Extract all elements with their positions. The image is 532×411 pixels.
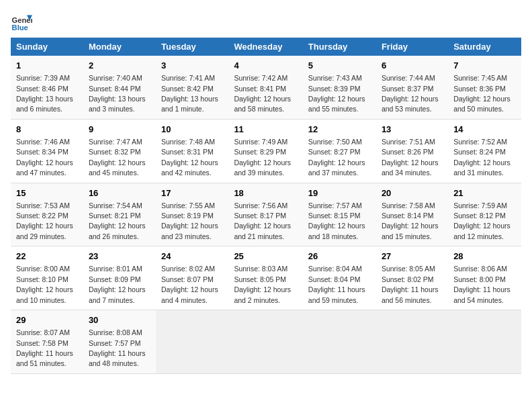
day-number: 11 xyxy=(234,124,297,136)
header-cell-monday: Monday xyxy=(83,38,156,56)
calendar-cell: 15Sunrise: 7:53 AMSunset: 8:22 PMDayligh… xyxy=(11,183,83,246)
cell-content: Sunrise: 7:54 AMSunset: 8:21 PMDaylight:… xyxy=(89,201,146,240)
cell-content: Sunrise: 8:02 AMSunset: 8:07 PMDaylight:… xyxy=(161,265,218,304)
header-cell-saturday: Saturday xyxy=(448,38,521,56)
header-row: SundayMondayTuesdayWednesdayThursdayFrid… xyxy=(11,38,521,56)
calendar-cell: 3Sunrise: 7:41 AMSunset: 8:42 PMDaylight… xyxy=(156,56,228,119)
day-number: 6 xyxy=(382,60,443,72)
calendar-cell: 16Sunrise: 7:54 AMSunset: 8:21 PMDayligh… xyxy=(83,183,156,246)
calendar-cell: 28Sunrise: 8:06 AMSunset: 8:00 PMDayligh… xyxy=(448,246,521,310)
calendar-table: SundayMondayTuesdayWednesdayThursdayFrid… xyxy=(11,38,521,374)
cell-content: Sunrise: 7:47 AMSunset: 8:32 PMDaylight:… xyxy=(89,138,146,177)
day-number: 5 xyxy=(308,60,371,72)
page-header: General Blue xyxy=(11,11,521,32)
calendar-cell: 20Sunrise: 7:58 AMSunset: 8:14 PMDayligh… xyxy=(376,183,448,246)
calendar-week-1: 1Sunrise: 7:39 AMSunset: 8:46 PMDaylight… xyxy=(11,56,521,119)
calendar-cell: 26Sunrise: 8:04 AMSunset: 8:04 PMDayligh… xyxy=(303,246,376,310)
calendar-cell: 6Sunrise: 7:44 AMSunset: 8:37 PMDaylight… xyxy=(376,56,448,119)
cell-content: Sunrise: 7:43 AMSunset: 8:39 PMDaylight:… xyxy=(308,74,365,113)
day-number: 1 xyxy=(16,60,78,72)
calendar-cell: 2Sunrise: 7:40 AMSunset: 8:44 PMDaylight… xyxy=(83,56,156,119)
svg-text:Blue: Blue xyxy=(12,24,28,32)
calendar-cell: 1Sunrise: 7:39 AMSunset: 8:46 PMDaylight… xyxy=(11,56,83,119)
calendar-cell: 18Sunrise: 7:56 AMSunset: 8:17 PMDayligh… xyxy=(228,183,302,246)
cell-content: Sunrise: 8:06 AMSunset: 8:00 PMDaylight:… xyxy=(453,265,511,304)
calendar-cell: 14Sunrise: 7:52 AMSunset: 8:24 PMDayligh… xyxy=(448,119,521,183)
cell-content: Sunrise: 8:00 AMSunset: 8:10 PMDaylight:… xyxy=(16,265,73,304)
cell-content: Sunrise: 7:55 AMSunset: 8:19 PMDaylight:… xyxy=(161,201,218,240)
day-number: 27 xyxy=(382,250,443,263)
header-cell-sunday: Sunday xyxy=(11,38,83,56)
calendar-cell: 13Sunrise: 7:51 AMSunset: 8:26 PMDayligh… xyxy=(376,119,448,183)
calendar-cell xyxy=(303,310,376,374)
day-number: 17 xyxy=(161,187,223,199)
logo: General Blue xyxy=(11,11,32,32)
header-cell-friday: Friday xyxy=(376,38,448,56)
calendar-cell: 7Sunrise: 7:45 AMSunset: 8:36 PMDaylight… xyxy=(448,56,521,119)
calendar-cell: 17Sunrise: 7:55 AMSunset: 8:19 PMDayligh… xyxy=(156,183,228,246)
cell-content: Sunrise: 8:07 AMSunset: 7:58 PMDaylight:… xyxy=(16,328,73,367)
calendar-cell xyxy=(376,310,448,374)
day-number: 10 xyxy=(161,124,223,136)
day-number: 21 xyxy=(453,187,516,199)
day-number: 26 xyxy=(308,250,371,263)
calendar-cell: 23Sunrise: 8:01 AMSunset: 8:09 PMDayligh… xyxy=(83,246,156,310)
day-number: 16 xyxy=(89,187,150,199)
day-number: 13 xyxy=(382,124,443,136)
header-cell-thursday: Thursday xyxy=(303,38,376,56)
calendar-cell: 29Sunrise: 8:07 AMSunset: 7:58 PMDayligh… xyxy=(11,310,83,374)
cell-content: Sunrise: 7:57 AMSunset: 8:15 PMDaylight:… xyxy=(308,201,365,240)
calendar-cell: 21Sunrise: 7:59 AMSunset: 8:12 PMDayligh… xyxy=(448,183,521,246)
cell-content: Sunrise: 7:42 AMSunset: 8:41 PMDaylight:… xyxy=(234,74,291,113)
calendar-cell: 30Sunrise: 8:08 AMSunset: 7:57 PMDayligh… xyxy=(83,310,156,374)
cell-content: Sunrise: 7:41 AMSunset: 8:42 PMDaylight:… xyxy=(161,74,218,113)
calendar-cell xyxy=(228,310,302,374)
calendar-cell: 4Sunrise: 7:42 AMSunset: 8:41 PMDaylight… xyxy=(228,56,302,119)
cell-content: Sunrise: 8:03 AMSunset: 8:05 PMDaylight:… xyxy=(234,265,291,304)
calendar-cell: 11Sunrise: 7:49 AMSunset: 8:29 PMDayligh… xyxy=(228,119,302,183)
day-number: 23 xyxy=(89,250,150,263)
calendar-cell xyxy=(448,310,521,374)
cell-content: Sunrise: 8:05 AMSunset: 8:02 PMDaylight:… xyxy=(382,265,439,304)
calendar-week-3: 15Sunrise: 7:53 AMSunset: 8:22 PMDayligh… xyxy=(11,183,521,246)
day-number: 9 xyxy=(89,124,150,136)
cell-content: Sunrise: 7:46 AMSunset: 8:34 PMDaylight:… xyxy=(16,138,73,177)
day-number: 22 xyxy=(16,250,78,263)
cell-content: Sunrise: 7:52 AMSunset: 8:24 PMDaylight:… xyxy=(453,138,511,177)
calendar-week-2: 8Sunrise: 7:46 AMSunset: 8:34 PMDaylight… xyxy=(11,119,521,183)
calendar-cell: 5Sunrise: 7:43 AMSunset: 8:39 PMDaylight… xyxy=(303,56,376,119)
cell-content: Sunrise: 7:48 AMSunset: 8:31 PMDaylight:… xyxy=(161,138,218,177)
cell-content: Sunrise: 8:08 AMSunset: 7:57 PMDaylight:… xyxy=(89,328,146,367)
cell-content: Sunrise: 7:40 AMSunset: 8:44 PMDaylight:… xyxy=(89,74,146,113)
cell-content: Sunrise: 7:51 AMSunset: 8:26 PMDaylight:… xyxy=(382,138,439,177)
calendar-week-4: 22Sunrise: 8:00 AMSunset: 8:10 PMDayligh… xyxy=(11,246,521,310)
calendar-cell: 9Sunrise: 7:47 AMSunset: 8:32 PMDaylight… xyxy=(83,119,156,183)
day-number: 18 xyxy=(234,187,297,199)
calendar-cell: 25Sunrise: 8:03 AMSunset: 8:05 PMDayligh… xyxy=(228,246,302,310)
day-number: 7 xyxy=(453,60,516,72)
calendar-cell: 24Sunrise: 8:02 AMSunset: 8:07 PMDayligh… xyxy=(156,246,228,310)
calendar-cell: 22Sunrise: 8:00 AMSunset: 8:10 PMDayligh… xyxy=(11,246,83,310)
calendar-cell: 10Sunrise: 7:48 AMSunset: 8:31 PMDayligh… xyxy=(156,119,228,183)
day-number: 8 xyxy=(16,124,78,136)
cell-content: Sunrise: 7:50 AMSunset: 8:27 PMDaylight:… xyxy=(308,138,365,177)
cell-content: Sunrise: 8:04 AMSunset: 8:04 PMDaylight:… xyxy=(308,265,365,304)
cell-content: Sunrise: 7:49 AMSunset: 8:29 PMDaylight:… xyxy=(234,138,291,177)
day-number: 3 xyxy=(161,60,223,72)
cell-content: Sunrise: 7:39 AMSunset: 8:46 PMDaylight:… xyxy=(16,74,73,113)
calendar-cell: 12Sunrise: 7:50 AMSunset: 8:27 PMDayligh… xyxy=(303,119,376,183)
day-number: 12 xyxy=(308,124,371,136)
cell-content: Sunrise: 8:01 AMSunset: 8:09 PMDaylight:… xyxy=(89,265,146,304)
calendar-cell xyxy=(156,310,228,374)
day-number: 15 xyxy=(16,187,78,199)
day-number: 24 xyxy=(161,250,223,263)
day-number: 2 xyxy=(89,60,150,72)
calendar-week-5: 29Sunrise: 8:07 AMSunset: 7:58 PMDayligh… xyxy=(11,310,521,374)
cell-content: Sunrise: 7:45 AMSunset: 8:36 PMDaylight:… xyxy=(453,74,511,113)
day-number: 4 xyxy=(234,60,297,72)
cell-content: Sunrise: 7:58 AMSunset: 8:14 PMDaylight:… xyxy=(382,201,439,240)
logo-icon: General Blue xyxy=(11,11,32,32)
calendar-cell: 19Sunrise: 7:57 AMSunset: 8:15 PMDayligh… xyxy=(303,183,376,246)
calendar-cell: 8Sunrise: 7:46 AMSunset: 8:34 PMDaylight… xyxy=(11,119,83,183)
day-number: 14 xyxy=(453,124,516,136)
